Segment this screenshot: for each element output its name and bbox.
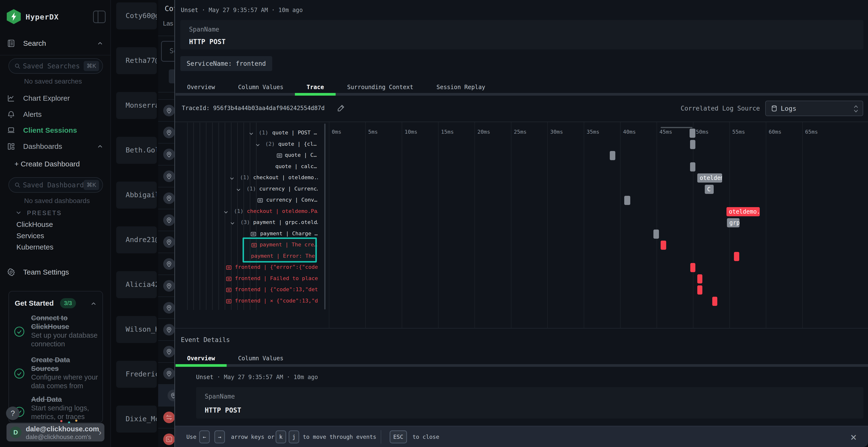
session-card[interactable]: Dixie_Mc: [116, 406, 157, 433]
trace-tree-row[interactable]: (1)quote | POST …: [175, 128, 318, 139]
span-duration-bar[interactable]: [653, 230, 659, 239]
events-filter-button[interactable]: L: [169, 69, 174, 83]
session-card[interactable]: Beth.Gol: [116, 137, 157, 164]
trace-tree-row[interactable]: frontend | {"error":{"code…: [175, 262, 318, 273]
event-rail-row[interactable]: [158, 187, 174, 209]
trace-tree-row[interactable]: (1)currency | Currenc…: [175, 184, 318, 195]
tab-trace[interactable]: Trace: [295, 79, 335, 96]
sidebar-collapse-icon[interactable]: [93, 10, 105, 23]
chevron-down-icon[interactable]: [248, 131, 254, 137]
span-duration-bar[interactable]: [712, 297, 717, 306]
trace-tree-row[interactable]: frontend | Failed to place…: [175, 273, 318, 285]
j-key[interactable]: j: [289, 431, 299, 443]
span-duration-bar[interactable]: [734, 252, 739, 261]
session-card[interactable]: Andre21@: [116, 227, 157, 253]
details-tab-column-values[interactable]: Column Values: [227, 350, 295, 367]
user-menu[interactable]: D dale@clickhouse.com dale@clickhouse.co…: [6, 423, 104, 442]
trace-tree-row[interactable]: (3)payment | grpc.oteld…: [175, 217, 318, 229]
preset-kubernetes[interactable]: Kubernetes: [17, 243, 53, 251]
saved-searches-input[interactable]: Saved Searches ⌘K: [8, 58, 103, 74]
trace-tree-row[interactable]: frontend | × {"code":13,"d…: [175, 296, 318, 307]
session-card[interactable]: Retha77@: [116, 47, 157, 74]
sidebar-item-chart-explorer[interactable]: Chart Explorer: [0, 92, 111, 105]
span-duration-bar[interactable]: [697, 274, 702, 283]
preset-services[interactable]: Services: [17, 232, 44, 240]
event-rail-row[interactable]: [158, 340, 174, 362]
trace-tree-row[interactable]: (1)checkout | oteldemo.…: [175, 172, 318, 184]
event-rail-row[interactable]: [158, 384, 174, 406]
event-rail-row[interactable]: [158, 231, 174, 253]
event-rail-row[interactable]: [158, 428, 174, 447]
trace-tree-row[interactable]: (1)checkout | oteldemo.Pa…: [175, 206, 318, 217]
event-rail-row[interactable]: [158, 362, 174, 384]
span-duration-bar[interactable]: [689, 129, 695, 138]
esc-key[interactable]: ESC: [390, 431, 407, 443]
tree-scrollbar[interactable]: [324, 124, 326, 309]
session-card[interactable]: Coty60@g: [116, 2, 157, 29]
session-card[interactable]: Alicia42: [116, 271, 157, 298]
session-card[interactable]: Wilson_H: [116, 316, 157, 343]
chevron-down-icon[interactable]: [255, 142, 261, 148]
event-rail-row[interactable]: [158, 297, 174, 318]
help-button[interactable]: ?: [6, 407, 20, 420]
create-dashboard-button[interactable]: + Create Dashboard: [14, 160, 80, 168]
event-rail-row[interactable]: [158, 318, 174, 340]
span-duration-bar[interactable]: [624, 196, 630, 205]
event-rail-row[interactable]: [158, 406, 174, 428]
span-duration-bar[interactable]: [690, 140, 695, 149]
span-duration-bar[interactable]: [690, 162, 695, 171]
close-icon[interactable]: ×: [847, 429, 860, 444]
chevron-down-icon[interactable]: [235, 187, 242, 193]
sidebar-item-alerts[interactable]: Alerts: [0, 108, 111, 121]
presets-chevron-icon[interactable]: [15, 209, 22, 216]
event-rail-row[interactable]: [158, 99, 174, 121]
trace-tree-row[interactable]: quote | calc…: [175, 161, 318, 173]
trace-tree-row[interactable]: currency | Conv…: [175, 195, 318, 206]
service-name-chip[interactable]: ServiceName: frontend: [180, 56, 272, 71]
left-arrow-key[interactable]: ←: [199, 431, 210, 443]
get-started-step[interactable]: Create Data SourcesConfigure where your …: [14, 355, 98, 391]
session-card[interactable]: Frederic: [116, 361, 157, 388]
session-card[interactable]: Abbigail: [116, 182, 157, 209]
sidebar-item-client-sessions[interactable]: Client Sessions: [0, 124, 111, 137]
events-search-input[interactable]: Se: [161, 41, 174, 62]
span-duration-bar[interactable]: [690, 263, 695, 272]
chevron-up-icon[interactable]: [90, 300, 97, 307]
saved-dashboards-input[interactable]: Saved Dashboards ⌘K: [8, 177, 103, 193]
event-rail-row[interactable]: [158, 165, 174, 187]
span-duration-bar[interactable]: grp: [727, 218, 740, 227]
details-tab-overview[interactable]: Overview: [176, 350, 227, 367]
sidebar-item-dashboards[interactable]: Dashboards: [0, 140, 111, 153]
presets-header[interactable]: PRESETS: [27, 209, 62, 216]
span-duration-bar[interactable]: [610, 151, 615, 160]
trace-tree-row[interactable]: frontend | {"code":13,"det…: [175, 284, 318, 296]
span-duration-bar[interactable]: [697, 285, 702, 295]
tab-session-replay[interactable]: Session Replay: [425, 79, 497, 96]
span-duration-bar[interactable]: oteldemo.: [726, 207, 760, 216]
chevron-down-icon[interactable]: [223, 209, 229, 215]
edit-pencil-icon[interactable]: [337, 104, 345, 112]
chevron-down-icon[interactable]: [229, 175, 235, 182]
sidebar-item-search[interactable]: Search: [0, 37, 111, 50]
chevron-down-icon[interactable]: [229, 220, 236, 227]
preset-clickhouse[interactable]: ClickHouse: [17, 220, 53, 229]
right-arrow-key[interactable]: →: [214, 431, 225, 443]
get-started-step[interactable]: Connect to ClickHouseSet up your databas…: [14, 314, 98, 350]
span-duration-bar[interactable]: C: [705, 185, 714, 194]
event-rail-row[interactable]: [158, 253, 174, 275]
log-source-select[interactable]: Logs: [765, 101, 863, 116]
span-duration-bar[interactable]: [661, 241, 666, 250]
trace-tree-row[interactable]: quote | C…: [175, 150, 318, 161]
span-duration-bar[interactable]: oteldem: [697, 173, 722, 182]
session-card[interactable]: Monserra: [116, 92, 157, 119]
tab-overview[interactable]: Overview: [176, 79, 227, 96]
event-rail-row[interactable]: [158, 121, 174, 143]
tab-surrounding-context[interactable]: Surrounding Context: [336, 79, 425, 96]
sidebar-item-team-settings[interactable]: Team Settings: [0, 265, 111, 279]
tab-column-values[interactable]: Column Values: [227, 79, 295, 96]
event-rail-row[interactable]: [158, 209, 174, 231]
trace-tree-row[interactable]: (2)quote | {cl…: [175, 139, 318, 150]
k-key[interactable]: k: [276, 431, 286, 443]
event-rail-row[interactable]: [158, 275, 174, 297]
event-rail-row[interactable]: [158, 143, 174, 165]
